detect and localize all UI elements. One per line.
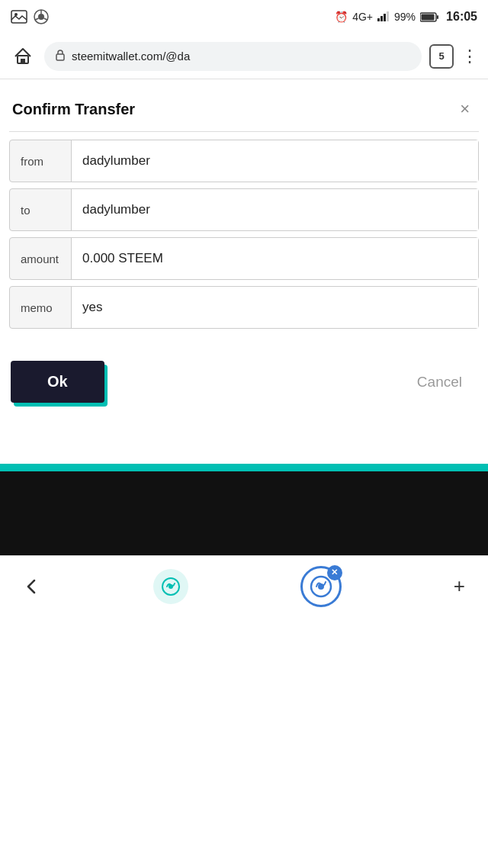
svg-line-6 — [35, 18, 39, 20]
amount-value: 0.000 STEEM — [71, 238, 478, 279]
plus-button[interactable]: + — [454, 574, 465, 598]
close-button[interactable]: × — [454, 96, 476, 122]
svg-line-5 — [44, 18, 48, 20]
svg-rect-10 — [387, 11, 389, 21]
svg-point-18 — [169, 584, 173, 589]
nav-icon-center[interactable]: ✕ — [300, 566, 342, 607]
dialog-header: Confirm Transfer × — [9, 87, 479, 132]
status-bar-left — [11, 9, 49, 24]
form-body: from dadylumber to dadylumber amount 0.0… — [9, 132, 479, 342]
to-row: to dadylumber — [9, 188, 479, 231]
black-area — [0, 471, 488, 555]
from-value: dadylumber — [71, 140, 478, 182]
lock-icon — [55, 49, 66, 63]
svg-rect-9 — [384, 14, 386, 21]
svg-rect-15 — [21, 59, 25, 63]
svg-point-3 — [38, 14, 44, 20]
svg-point-20 — [318, 583, 324, 590]
dialog-title: Confirm Transfer — [12, 101, 135, 118]
address-bar[interactable]: steemitwallet.com/@da — [44, 42, 422, 71]
back-button[interactable] — [23, 577, 41, 596]
chrome-icon — [34, 9, 49, 24]
menu-button[interactable]: ⋮ — [461, 47, 479, 66]
svg-rect-7 — [377, 18, 380, 21]
browser-bar: steemitwallet.com/@da 5 ⋮ — [0, 34, 488, 79]
bottom-nav: ✕ + — [0, 555, 488, 616]
battery-percent: 99% — [394, 11, 416, 23]
teal-bar — [0, 464, 488, 471]
cancel-button[interactable]: Cancel — [402, 362, 477, 403]
signal-label: 4G+ — [352, 11, 373, 23]
signal-bars-icon — [377, 11, 390, 24]
memo-value: yes — [71, 287, 478, 328]
home-button[interactable] — [9, 43, 37, 70]
svg-rect-13 — [437, 15, 438, 19]
battery-icon — [420, 12, 438, 22]
amount-row: amount 0.000 STEEM — [9, 237, 479, 280]
url-text: steemitwallet.com/@da — [72, 50, 190, 63]
ok-button[interactable]: Ok — [11, 361, 104, 403]
to-label: to — [10, 204, 71, 217]
memo-label: memo — [10, 301, 71, 314]
amount-label: amount — [10, 252, 71, 265]
from-label: from — [10, 155, 71, 168]
buttons-row: Ok Cancel — [9, 361, 479, 403]
nav-icon-left[interactable] — [153, 569, 188, 604]
tab-badge[interactable]: 5 — [429, 44, 454, 69]
from-row: from dadylumber — [9, 140, 479, 182]
svg-rect-16 — [56, 54, 64, 60]
time-label: 16:05 — [446, 10, 477, 24]
memo-row: memo yes — [9, 286, 479, 329]
status-bar-right: ⏰ 4G+ 99% 16:05 — [335, 10, 477, 24]
confirm-transfer-dialog: Confirm Transfer × from dadylumber to da… — [0, 79, 488, 403]
svg-rect-8 — [380, 16, 383, 21]
badge-x: ✕ — [327, 565, 342, 580]
to-value: dadylumber — [71, 189, 478, 230]
status-bar: ⏰ 4G+ 99% 16:05 — [0, 0, 488, 34]
svg-rect-12 — [422, 14, 435, 20]
gallery-icon — [11, 10, 27, 24]
alarm-icon: ⏰ — [335, 11, 348, 23]
